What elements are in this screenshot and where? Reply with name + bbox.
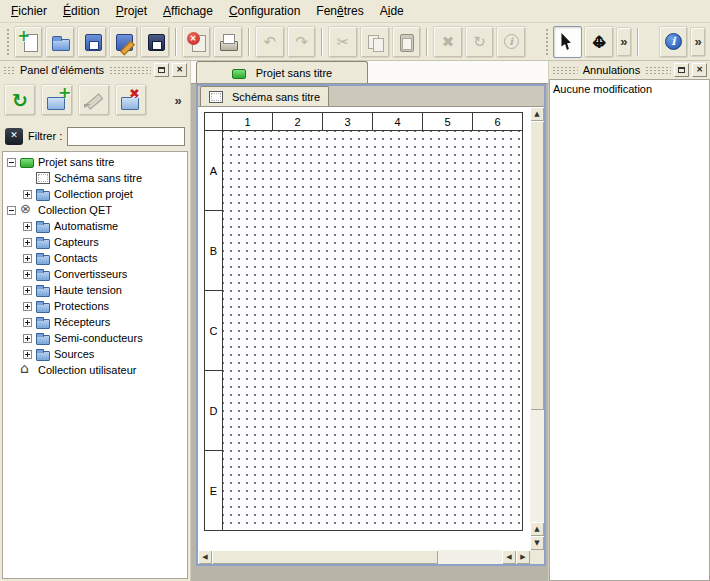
scroll-right-button[interactable]: ▶ — [516, 550, 530, 564]
annulations-titlebar[interactable]: Annulations ✕ — [549, 61, 710, 79]
menu-fenetres[interactable]: Fenêtres — [308, 1, 371, 21]
menu-affichage[interactable]: Affichage — [155, 1, 221, 21]
about-button[interactable] — [659, 26, 689, 58]
expand-icon[interactable] — [23, 286, 32, 295]
dock-close-button[interactable]: ✕ — [172, 63, 187, 77]
save-all-button[interactable] — [140, 26, 170, 58]
tree-item-sources[interactable]: Sources — [3, 346, 187, 362]
tree-item-collection-qet[interactable]: Collection QET — [3, 202, 187, 218]
expand-icon[interactable] — [23, 222, 32, 231]
menu-edition[interactable]: Édition — [55, 1, 108, 21]
toolbar-overflow-button[interactable]: » — [616, 27, 632, 57]
dock-float-button[interactable] — [674, 63, 689, 77]
redo-button[interactable]: ↷ — [287, 26, 317, 58]
edit-element-button[interactable] — [78, 84, 110, 116]
filter-row: Filtrer : — [0, 123, 190, 150]
close-file-button[interactable] — [182, 26, 212, 58]
menu-fichier[interactable]: Fichier — [3, 1, 55, 21]
drawing-grid[interactable] — [223, 131, 523, 531]
tree-item-schema[interactable]: Schéma sans titre — [3, 170, 187, 186]
panel-overflow-button[interactable]: » — [170, 91, 186, 109]
tree-item-semi-conducteurs[interactable]: Semi-conducteurs — [3, 330, 187, 346]
collapse-icon[interactable] — [7, 158, 16, 167]
filter-input[interactable] — [67, 127, 185, 146]
elements-panel-titlebar[interactable]: Panel d'éléments ✕ — [0, 61, 190, 79]
vertical-scroll-track[interactable] — [530, 121, 544, 522]
toolbar-separator — [321, 28, 323, 56]
expand-icon[interactable] — [23, 270, 32, 279]
folder-icon — [36, 220, 50, 232]
new-file-button[interactable] — [14, 26, 44, 58]
tab-schema-sans-titre[interactable]: Schéma sans titre — [200, 86, 329, 106]
toolbar-overflow-button[interactable]: » — [690, 27, 706, 57]
paste-button[interactable] — [392, 26, 422, 58]
tree-item-protections[interactable]: Protections — [3, 298, 187, 314]
undo-icon: ↶ — [259, 31, 281, 53]
column-header: 3 — [323, 113, 373, 131]
tree-item-contacts[interactable]: Contacts — [3, 250, 187, 266]
menu-configuration[interactable]: Configuration — [221, 1, 308, 21]
scroll-up-button[interactable]: ▲ — [530, 107, 544, 121]
tree-item-capteurs[interactable]: Capteurs — [3, 234, 187, 250]
tree-label: Collection QET — [38, 204, 112, 216]
titleblock-frame: 1 2 3 4 5 6 A B C D E — [204, 112, 523, 531]
expand-icon[interactable] — [23, 238, 32, 247]
toolbar-grip[interactable] — [545, 28, 549, 56]
expand-icon[interactable] — [23, 254, 32, 263]
menu-projet[interactable]: Projet — [108, 1, 155, 21]
undo-history-list[interactable]: Aucune modification — [549, 79, 710, 581]
printer-icon — [217, 31, 239, 53]
scroll-left-button[interactable]: ◀ — [198, 550, 212, 564]
info-button[interactable] — [496, 26, 526, 58]
collapse-icon[interactable] — [7, 206, 16, 215]
copy-button[interactable] — [360, 26, 390, 58]
tree-item-convertisseurs[interactable]: Convertisseurs — [3, 266, 187, 282]
reload-collections-button[interactable]: ↻ — [4, 84, 36, 116]
tree-item-automatisme[interactable]: Automatisme — [3, 218, 187, 234]
delete-element-button[interactable] — [115, 84, 147, 116]
tab-projet-sans-titre[interactable]: Projet sans titre — [196, 61, 368, 83]
filter-label: Filtrer : — [28, 130, 62, 142]
expand-icon[interactable] — [23, 334, 32, 343]
horizontal-scroll-track[interactable] — [212, 550, 502, 564]
tree-item-haute-tension[interactable]: Haute tension — [3, 282, 187, 298]
tree-item-collection-utilisateur[interactable]: Collection utilisateur — [3, 362, 187, 378]
reload-icon: ↻ — [8, 89, 32, 111]
expand-icon[interactable] — [23, 190, 32, 199]
open-button[interactable] — [45, 26, 75, 58]
vertical-scroll-thumb[interactable] — [530, 121, 544, 410]
dock-close-button[interactable]: ✕ — [692, 63, 707, 77]
scroll-up-button[interactable]: ▲ — [530, 522, 544, 536]
save-as-button[interactable] — [109, 26, 139, 58]
tree-item-collection-projet[interactable]: Collection projet — [3, 186, 187, 202]
save-button[interactable] — [77, 26, 107, 58]
expand-icon[interactable] — [23, 318, 32, 327]
chevron-right-icon: » — [174, 93, 181, 108]
elements-tree[interactable]: Projet sans titre Schéma sans titre Coll… — [2, 151, 188, 579]
undo-button[interactable]: ↶ — [255, 26, 285, 58]
horizontal-scrollbar[interactable]: ◀ ◀ ▶ — [198, 550, 530, 564]
move-tool-button[interactable] — [584, 26, 614, 58]
toolbar-grip[interactable] — [6, 28, 10, 56]
scroll-down-button[interactable]: ▼ — [530, 536, 544, 550]
tree-label: Sources — [54, 348, 94, 360]
delete-button[interactable]: ✖ — [433, 26, 463, 58]
filter-clear-icon[interactable] — [5, 128, 23, 145]
print-button[interactable] — [213, 26, 243, 58]
new-element-button[interactable] — [41, 84, 73, 116]
rotate-button[interactable]: ↻ — [465, 26, 495, 58]
vertical-scrollbar[interactable]: ▲ ▲ ▼ — [530, 107, 544, 550]
scroll-left-button[interactable]: ◀ — [502, 550, 516, 564]
dock-float-button[interactable] — [154, 63, 169, 77]
expand-icon[interactable] — [23, 350, 32, 359]
menu-aide[interactable]: Aide — [372, 1, 412, 21]
expander-spacer — [7, 366, 16, 375]
tree-item-project[interactable]: Projet sans titre — [3, 154, 187, 170]
schema-canvas[interactable]: 1 2 3 4 5 6 A B C D E — [198, 107, 530, 550]
horizontal-scroll-thumb[interactable] — [212, 550, 438, 564]
tree-item-recepteurs[interactable]: Récepteurs — [3, 314, 187, 330]
expand-icon[interactable] — [23, 302, 32, 311]
select-tool-button[interactable] — [553, 26, 583, 58]
cut-button[interactable]: ✂ — [328, 26, 358, 58]
undo-list-item[interactable]: Aucune modification — [553, 82, 706, 97]
